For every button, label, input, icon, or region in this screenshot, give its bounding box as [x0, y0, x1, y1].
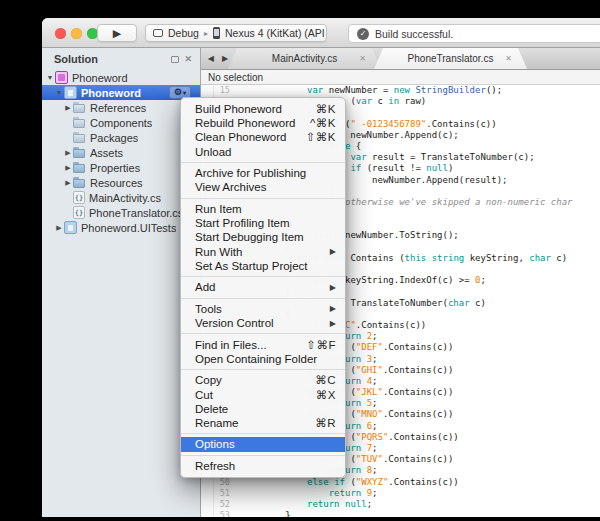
- tree-item-label: Packages: [90, 132, 138, 144]
- submenu-arrow-icon: ▶: [330, 319, 336, 328]
- tree-item-folder-properties[interactable]: ▶Properties: [42, 160, 200, 175]
- menu-item-label: Options: [195, 438, 235, 450]
- line-number[interactable]: 50: [201, 477, 230, 488]
- project-icon: [64, 86, 77, 99]
- dock-panel-icon[interactable]: [171, 56, 179, 63]
- code-token: ? TranslateToNumber(: [340, 298, 448, 308]
- menu-item-add[interactable]: Add▶: [181, 280, 345, 294]
- menu-item-refresh[interactable]: Refresh: [181, 459, 345, 473]
- code-token: var: [307, 85, 323, 95]
- line-number[interactable]: 15: [201, 85, 230, 96]
- navigate-back-icon[interactable]: ◀: [208, 54, 214, 63]
- menu-item-run-item[interactable]: Run Item: [181, 202, 345, 216]
- code-token: var: [356, 96, 372, 106]
- code-token: [242, 488, 329, 498]
- code-token: "GHI": [356, 365, 383, 375]
- code-token: Contains (: [345, 253, 405, 263]
- device-label[interactable]: Nexus 4 (KitKat) (API 19): [225, 27, 327, 39]
- disclosure-collapsed-icon[interactable]: ▶: [63, 179, 73, 187]
- folder-light-icon: [73, 101, 86, 114]
- tab-mainactivity-cs[interactable]: MainActivity.cs✕: [228, 48, 381, 69]
- tree-item-csfile-phonetranslator-cs[interactable]: {}PhoneTranslator.cs: [42, 205, 200, 220]
- code-token: c): [470, 298, 486, 308]
- line-number[interactable]: 53: [201, 510, 230, 517]
- navigate-forward-icon[interactable]: ▶: [222, 54, 228, 63]
- tree-item-csfile-mainactivity-cs[interactable]: {}MainActivity.cs: [42, 190, 200, 205]
- disclosure-expanded-icon[interactable]: ▼: [54, 89, 64, 96]
- desktop-background: ▶ Debug ▸ Nexus 4 (KitKat) (API 19) ✓ Bu…: [0, 0, 600, 521]
- menu-item-archive-for-publishing[interactable]: Archive for Publishing: [181, 166, 345, 180]
- menu-item-tools[interactable]: Tools▶: [181, 302, 345, 316]
- code-token: ;: [372, 376, 377, 386]
- tab-phonetranslator-cs[interactable]: PhoneTranslator.cs✕: [374, 48, 527, 69]
- csfile-icon: {}: [73, 191, 85, 204]
- code-token: ();: [486, 85, 502, 95]
- menu-item-start-debugging-item[interactable]: Start Debugging Item: [181, 230, 345, 244]
- disclosure-collapsed-icon[interactable]: ▶: [63, 164, 73, 172]
- menu-item-rebuild-phoneword[interactable]: Rebuild Phoneword^⌘K: [181, 116, 345, 130]
- minimize-window-button[interactable]: [71, 28, 82, 39]
- code-token: ;: [480, 275, 485, 285]
- disclosure-collapsed-icon[interactable]: ▶: [54, 224, 64, 232]
- disclosure-collapsed-icon[interactable]: ▶: [63, 104, 73, 112]
- menu-item-shortcut: ⌘X: [316, 388, 336, 402]
- run-button[interactable]: ▶: [97, 24, 137, 42]
- checkmark-icon: ✓: [357, 28, 369, 40]
- chevron-right-icon: ▸: [204, 29, 208, 38]
- tree-item-folder-assets[interactable]: ▶Assets: [42, 145, 200, 160]
- tree-item-folder-light-packages[interactable]: Packages: [42, 130, 200, 145]
- menu-item-label: Delete: [195, 403, 228, 415]
- line-number[interactable]: 52: [201, 499, 230, 510]
- close-pad-icon[interactable]: ✕: [184, 55, 192, 64]
- breadcrumb-text: No selection: [208, 72, 263, 83]
- menu-item-start-profiling-item[interactable]: Start Profiling Item: [181, 216, 345, 230]
- tree-item-folder-light-components[interactable]: Components: [42, 115, 200, 130]
- menu-item-unload[interactable]: Unload: [181, 145, 345, 159]
- code-token: var: [350, 152, 366, 162]
- code-token: return: [329, 488, 362, 498]
- disclosure-collapsed-icon[interactable]: ▶: [63, 149, 73, 157]
- menu-item-delete[interactable]: Delete: [181, 402, 345, 416]
- menu-item-copy[interactable]: Copy⌘C: [181, 373, 345, 387]
- tree-item-project-phoneword-uitests[interactable]: ▶Phoneword.UITests: [42, 220, 200, 235]
- code-token: (: [345, 387, 356, 397]
- configuration-label[interactable]: Debug: [168, 27, 199, 39]
- breadcrumb[interactable]: No selection: [201, 70, 600, 85]
- close-tab-icon[interactable]: ✕: [505, 54, 512, 63]
- tree-item-solution-phoneword[interactable]: ▼Phoneword: [42, 70, 200, 85]
- disclosure-expanded-icon[interactable]: ▼: [45, 74, 55, 81]
- menu-item-find-in-files[interactable]: Find in Files...⇧⌘F: [181, 338, 345, 352]
- code-token: "DEF": [356, 342, 383, 352]
- close-tab-icon[interactable]: ✕: [359, 54, 366, 63]
- tree-item-folder-resources[interactable]: ▶Resources: [42, 175, 200, 190]
- code-token: "WXYZ": [356, 477, 389, 487]
- configuration-device-selector[interactable]: Debug ▸ Nexus 4 (KitKat) (API 19): [145, 24, 327, 42]
- code-token: (: [345, 409, 356, 419]
- code-token: ;: [367, 499, 372, 509]
- tree-item-project-phoneword[interactable]: ▼Phoneword⚙▾: [42, 85, 200, 100]
- menu-item-run-with[interactable]: Run With▶: [181, 244, 345, 258]
- tree-item-label: Resources: [90, 177, 143, 189]
- code-token: result = TranslateToNumber(c);: [367, 152, 535, 162]
- code-token: (result !=: [361, 163, 426, 173]
- close-window-button[interactable]: [55, 28, 66, 39]
- menu-item-version-control[interactable]: Version Control▶: [181, 316, 345, 330]
- menu-item-set-as-startup-project[interactable]: Set As Startup Project: [181, 259, 345, 273]
- menu-item-options[interactable]: Options: [181, 437, 345, 451]
- menu-item-rename[interactable]: Rename⌘R: [181, 416, 345, 430]
- code-token: null: [345, 499, 367, 509]
- tab-bar: ◀ ▶ MainActivity.cs✕PhoneTranslator.cs✕: [201, 48, 600, 70]
- menu-item-open-containing-folder[interactable]: Open Containing Folder: [181, 352, 345, 366]
- code-token: (: [345, 342, 356, 352]
- menu-item-build-phoneword[interactable]: Build Phoneword⌘K: [181, 102, 345, 116]
- menu-item-view-archives[interactable]: View Archives: [181, 180, 345, 194]
- code-token: if: [334, 477, 345, 487]
- code-token: (: [345, 365, 356, 375]
- code-token: .Contains(c)): [383, 342, 453, 352]
- code-token: char: [529, 253, 551, 263]
- menu-item-cut[interactable]: Cut⌘X: [181, 387, 345, 401]
- tree-item-folder-light-references[interactable]: ▶References: [42, 100, 200, 115]
- menu-item-clean-phoneword[interactable]: Clean Phoneword⇧⌘K: [181, 130, 345, 144]
- line-number[interactable]: 51: [201, 488, 230, 499]
- menu-item-label: Rebuild Phoneword: [195, 117, 295, 129]
